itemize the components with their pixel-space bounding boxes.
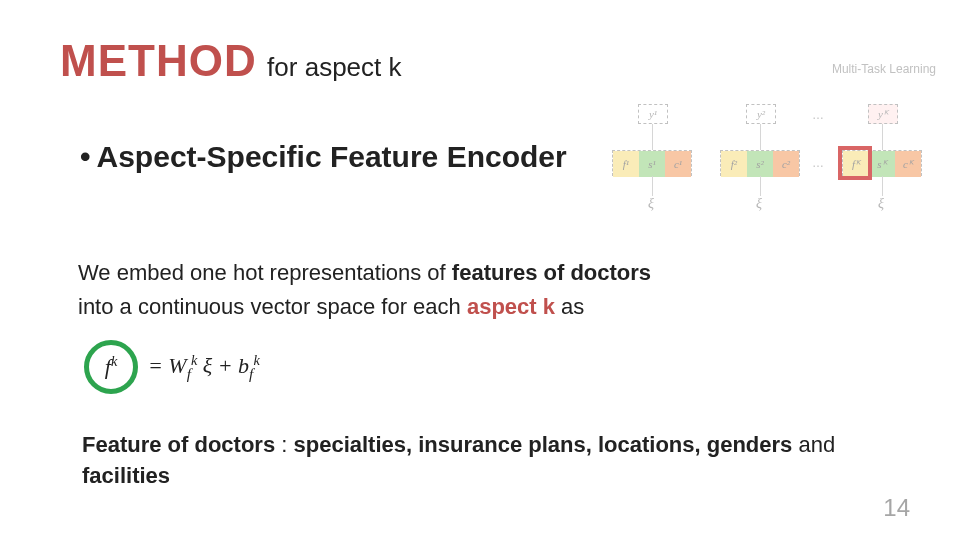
c2-cell: c² [773, 151, 799, 177]
s1-cell: s¹ [639, 151, 665, 177]
fsc1: f¹ s¹ c¹ [612, 150, 692, 176]
desc-l1b: features of doctors [452, 260, 651, 285]
xi2: ξ [756, 196, 762, 212]
yK-box: yᴷ [868, 104, 898, 124]
title-sub: for aspect k [267, 52, 401, 82]
line1 [652, 124, 653, 150]
s2-cell: s² [747, 151, 773, 177]
feat-lead: Feature of doctors [82, 432, 275, 457]
xi1: ξ [648, 196, 654, 212]
eq-lhs: fk [105, 353, 117, 380]
slide-title: METHOD for aspect k [60, 36, 402, 86]
line5 [760, 176, 761, 196]
diagram-title: Multi-Task Learning [832, 62, 936, 76]
line2 [760, 124, 761, 150]
y1-box: y¹ [638, 104, 668, 124]
eq-body-w: = W [148, 353, 187, 378]
slide: METHOD for aspect k •Aspect-Specific Fea… [0, 0, 960, 540]
green-circle-highlight: fk [84, 340, 138, 394]
eq-body: = Wfk ξ + bfk [148, 352, 260, 383]
dots-y: … [812, 108, 824, 122]
xiK: ξ [878, 196, 884, 212]
desc-l2b: aspect k [467, 294, 555, 319]
cK-cell: cᴷ [895, 151, 921, 177]
bullet-dot: • [80, 140, 91, 173]
feature-list: Feature of doctors : specialties, insura… [82, 430, 862, 492]
line4 [652, 176, 653, 196]
y2-box: y² [746, 104, 776, 124]
line6 [882, 176, 883, 196]
description: We embed one hot representations of feat… [78, 256, 651, 324]
bullet-text: Aspect-Specific Feature Encoder [97, 140, 567, 173]
desc-l1a: We embed one hot representations of [78, 260, 452, 285]
feat-colon: : [275, 432, 293, 457]
bullet-heading: •Aspect-Specific Feature Encoder [80, 140, 567, 174]
sK-cell: sᴷ [869, 151, 895, 177]
desc-l2c: as [555, 294, 584, 319]
eq-lhs-sup: k [111, 353, 117, 369]
red-highlight-box [838, 146, 872, 180]
desc-l2a: into a continuous vector space for each [78, 294, 467, 319]
line3 [882, 124, 883, 150]
c1-cell: c¹ [665, 151, 691, 177]
title-method: METHOD [60, 36, 257, 85]
fsc2: f² s² c² [720, 150, 800, 176]
feat-items: specialties, insurance plans, locations,… [293, 432, 792, 457]
eq-wf-sup: k [191, 352, 197, 368]
equation: fk = Wfk ξ + bfk [84, 340, 260, 394]
feat-tail: and [792, 432, 835, 457]
eq-bf-sup: k [253, 352, 259, 368]
page-number: 14 [883, 494, 910, 522]
eq-xi: ξ + b [203, 353, 249, 378]
f1-cell: f¹ [613, 151, 639, 177]
f2-cell: f² [721, 151, 747, 177]
feat-last: facilities [82, 463, 170, 488]
dots-fsc: … [812, 156, 824, 170]
multi-task-diagram: Multi-Task Learning y¹ y² … yᴷ f¹ s¹ c¹ … [612, 60, 942, 230]
